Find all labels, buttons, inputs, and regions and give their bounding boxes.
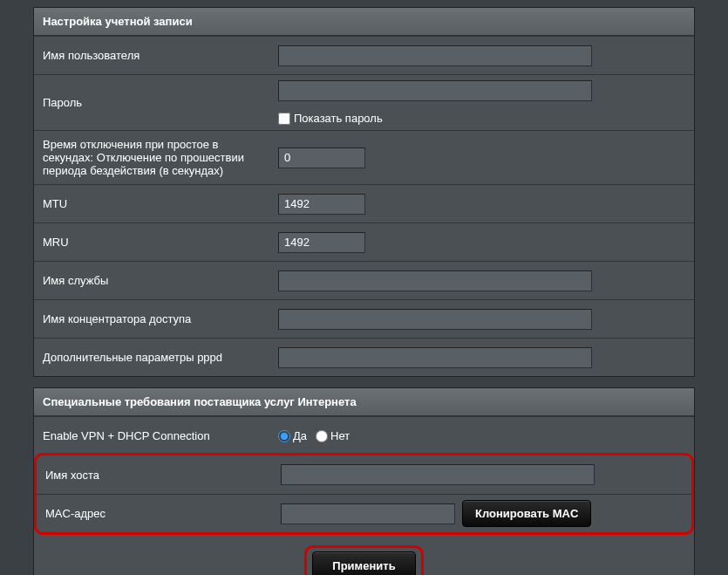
vpn-radio-yes-label[interactable]: Да	[278, 429, 307, 442]
mac-row: MAC-адрес Клонировать MAC	[37, 494, 691, 532]
mtu-label: MTU	[34, 190, 271, 217]
show-password-line: Показать пароль	[278, 112, 687, 125]
pppd-input[interactable]	[278, 347, 592, 368]
mtu-row: MTU	[34, 184, 694, 222]
password-input[interactable]	[278, 80, 592, 101]
concentrator-row: Имя концентратора доступа	[34, 299, 694, 338]
show-password-checkbox[interactable]	[278, 113, 290, 125]
mac-label: MAC-адрес	[37, 500, 274, 527]
isp-requirements-header: Специальные требования поставщика услуг …	[34, 388, 694, 416]
pppd-label: Дополнительные параметры pppd	[34, 344, 271, 371]
apply-button[interactable]: Применить	[312, 551, 415, 575]
vpn-row: Enable VPN + DHCP Connection Да Нет	[34, 416, 694, 455]
mtu-input[interactable]	[278, 194, 365, 215]
host-input[interactable]	[281, 464, 595, 485]
service-label: Имя службы	[34, 267, 271, 294]
isp-requirements-panel: Специальные требования поставщика услуг …	[33, 387, 695, 575]
show-password-label: Показать пароль	[294, 112, 383, 125]
concentrator-input[interactable]	[278, 309, 592, 330]
vpn-radio-no-label[interactable]: Нет	[316, 429, 350, 442]
mru-row: MRU	[34, 222, 694, 261]
vpn-radio-group: Да Нет	[278, 429, 350, 442]
mru-input[interactable]	[278, 232, 365, 253]
host-row: Имя хоста	[37, 455, 691, 494]
password-row: Пароль Показать пароль	[34, 74, 694, 130]
apply-highlight: Применить	[304, 545, 423, 575]
service-input[interactable]	[278, 270, 592, 291]
username-input[interactable]	[278, 45, 592, 66]
vpn-radio-yes[interactable]	[278, 430, 290, 442]
vpn-yes-text: Да	[293, 429, 307, 442]
mac-input[interactable]	[281, 503, 455, 524]
settings-form: Настройка учетной записи Имя пользовател…	[0, 0, 728, 575]
highlighted-host-mac-block: Имя хоста MAC-адрес Клонировать MAC	[34, 453, 694, 535]
service-row: Имя службы	[34, 261, 694, 299]
host-label: Имя хоста	[37, 462, 274, 489]
username-label: Имя пользователя	[34, 42, 271, 69]
password-label: Пароль	[34, 89, 271, 116]
account-settings-panel: Настройка учетной записи Имя пользовател…	[33, 7, 695, 377]
vpn-no-text: Нет	[330, 429, 350, 442]
idle-input[interactable]	[278, 147, 365, 168]
mru-label: MRU	[34, 229, 271, 256]
vpn-radio-no[interactable]	[316, 430, 328, 442]
concentrator-label: Имя концентратора доступа	[34, 305, 271, 332]
apply-area: Применить	[34, 540, 694, 575]
username-row: Имя пользователя	[34, 36, 694, 74]
idle-label: Время отключения при простое в секундах:…	[34, 131, 271, 184]
clone-mac-button[interactable]: Клонировать MAC	[462, 500, 591, 527]
idle-row: Время отключения при простое в секундах:…	[34, 130, 694, 184]
vpn-label: Enable VPN + DHCP Connection	[34, 422, 271, 449]
pppd-row: Дополнительные параметры pppd	[34, 338, 694, 376]
account-settings-header: Настройка учетной записи	[34, 8, 694, 36]
